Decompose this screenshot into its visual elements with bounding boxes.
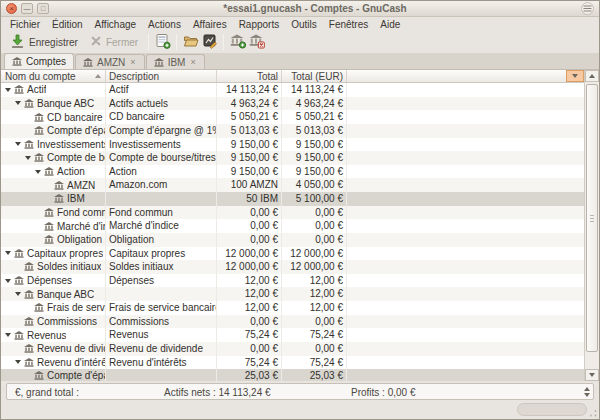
account-row-capitaux-propres[interactable]: Capitaux propresCapitaux propres12 000,0…	[1, 247, 584, 261]
new-account-button[interactable]	[229, 33, 246, 52]
account-total-eur: 5 013,03 €	[281, 124, 346, 138]
account-description	[105, 287, 216, 301]
account-row-fond-commun[interactable]: Fond communFond commun0,00 €0,00 €	[1, 206, 584, 220]
menu-item-fichier[interactable]: Fichier	[4, 19, 46, 30]
account-row-revenu-de-dividende[interactable]: Revenu de dividendeRevenu de dividende0,…	[1, 342, 584, 356]
minimize-window-icon[interactable]: —	[21, 3, 33, 14]
account-name: Capitaux propres	[27, 248, 103, 259]
delete-account-button[interactable]	[248, 33, 265, 52]
account-total: 0,00 €	[216, 315, 281, 329]
expander-icon[interactable]	[25, 156, 31, 160]
scroll-up-button[interactable]	[585, 70, 599, 82]
scrollbar-track[interactable]	[585, 82, 599, 369]
new-register-button[interactable]	[154, 33, 171, 52]
column-options-button[interactable]	[566, 70, 584, 82]
account-icon	[24, 317, 34, 326]
account-row-action[interactable]: ActionAction9 150,00 €9 150,00 €	[1, 165, 584, 179]
account-row-revenus[interactable]: RevenusRevenus75,24 €75,24 €	[1, 328, 584, 342]
account-name: IBM	[67, 193, 85, 204]
expander-icon[interactable]	[5, 251, 11, 255]
account-name: AMZN	[67, 180, 95, 191]
account-row-banque-abc[interactable]: Banque ABCActifs actuels4 963,24 €4 963,…	[1, 97, 584, 111]
row-filler	[346, 328, 584, 342]
menu-item-actions[interactable]: Actions	[142, 19, 187, 30]
account-row-marche-d-indice[interactable]: Marché d'indiceMarché d'indice0,00 €0,00…	[1, 219, 584, 233]
new-account-icon	[230, 33, 246, 51]
account-description	[105, 192, 216, 206]
column-header-total[interactable]: Total	[216, 70, 281, 82]
open-account-button[interactable]	[182, 33, 199, 52]
menu-item-outils[interactable]: Outils	[285, 19, 323, 30]
window-menu-icon[interactable]	[581, 2, 594, 15]
account-row-amzn[interactable]: AMZNAmazon.com100 AMZN4 050,00 €	[1, 178, 584, 192]
scrollbar-thumb[interactable]	[586, 84, 598, 352]
account-total-eur: 0,00 €	[281, 315, 346, 329]
account-row-compte-de-bourse[interactable]: Compte de bourse/Compte de bourse/titres…	[1, 151, 584, 165]
toolbar-separator	[176, 34, 177, 50]
tab-amzn[interactable]: AMZN×	[75, 54, 145, 69]
summary-spinner[interactable]	[584, 387, 590, 397]
account-description: Obligation	[105, 233, 216, 247]
tab-comptes[interactable]: Comptes	[4, 53, 74, 69]
account-description: Revenu de dividende	[105, 342, 216, 356]
account-name: Action	[57, 166, 85, 177]
column-header-total-eur[interactable]: Total (EUR)	[281, 70, 346, 82]
menu-item-affaires[interactable]: Affaires	[187, 19, 233, 30]
tab-ibm[interactable]: IBM×	[146, 54, 205, 69]
account-row-soldes-initiaux[interactable]: Soldes initiauxSoldes initiaux12 000,00 …	[1, 260, 584, 274]
account-icon	[44, 235, 54, 244]
scroll-up-icon	[589, 74, 595, 78]
account-total: 75,24 €	[216, 328, 281, 342]
account-row-frais-de-service-ba[interactable]: Frais de service baFrais de service banc…	[1, 301, 584, 315]
column-header-description[interactable]: Description	[105, 70, 216, 82]
menu-item-edition[interactable]: Édition	[46, 19, 89, 30]
scroll-down-button[interactable]	[585, 369, 599, 381]
tab-close-icon[interactable]: ×	[189, 58, 196, 67]
menu-item-fenetres[interactable]: Fenêtres	[323, 19, 374, 30]
summary-bar: €, grand total : Actifs nets : 14 113,24…	[1, 381, 599, 401]
resize-grip-icon[interactable]	[589, 409, 597, 417]
maximize-window-icon[interactable]: □	[37, 3, 49, 14]
account-row-obligation[interactable]: ObligationObligation0,00 €0,00 €	[1, 233, 584, 247]
expander-icon[interactable]	[5, 333, 11, 337]
expander-icon[interactable]	[15, 360, 21, 364]
expander-icon[interactable]	[15, 142, 21, 146]
row-filler	[346, 301, 584, 315]
menu-item-rapports[interactable]: Rapports	[233, 19, 286, 30]
save-button[interactable]: Enregistrer	[5, 33, 83, 52]
progress-bar	[517, 403, 587, 416]
account-row-actif[interactable]: ActifActif14 113,24 €14 113,24 €	[1, 83, 584, 97]
account-name-cell: Marché d'indice	[1, 219, 105, 233]
row-filler	[346, 369, 584, 381]
account-row-investissements[interactable]: InvestissementsInvestissements9 150,00 €…	[1, 138, 584, 152]
account-name-cell: Action	[1, 165, 105, 179]
account-total-eur: 0,00 €	[281, 233, 346, 247]
row-filler	[346, 165, 584, 179]
menu-item-aide[interactable]: Aide	[374, 19, 406, 30]
account-row-cd-bancaire[interactable]: CD bancaireCD bancaire5 050,21 €5 050,21…	[1, 110, 584, 124]
tab-close-icon[interactable]: ×	[129, 58, 136, 67]
account-row-revenu-d-interets[interactable]: Revenu d'intérêtsRevenu d'intérêts75,24 …	[1, 356, 584, 370]
expander-icon[interactable]	[15, 101, 21, 105]
vertical-scrollbar[interactable]	[584, 70, 599, 381]
expander-icon[interactable]	[5, 88, 11, 92]
account-row-commissions[interactable]: CommissionsCommissions0,00 €0,00 €	[1, 315, 584, 329]
account-row-compte-d-epargne[interactable]: Compte d'épargne25,03 €25,03 €	[1, 369, 584, 381]
account-icon	[34, 126, 44, 135]
expander-slot	[3, 88, 13, 92]
close-window-icon[interactable]: ×	[6, 3, 17, 14]
edit-ledger-icon	[202, 33, 218, 51]
account-row-compte-d-epargne[interactable]: Compte d'épargneCompte d'épargne @ 1%5 0…	[1, 124, 584, 138]
account-row-depenses[interactable]: DépensesDépenses12,00 €12,00 €	[1, 274, 584, 288]
column-header-name[interactable]: Nom du compte	[1, 70, 105, 82]
expander-icon[interactable]	[5, 279, 11, 283]
account-name-cell: Compte d'épargne	[1, 124, 105, 138]
close-page-button[interactable]: Fermer	[85, 33, 143, 52]
account-icon	[14, 276, 24, 285]
expander-icon[interactable]	[15, 292, 21, 296]
edit-account-button[interactable]	[201, 33, 218, 52]
account-row-banque-abc[interactable]: Banque ABC12,00 €12,00 €	[1, 287, 584, 301]
menu-item-affichage[interactable]: Affichage	[89, 19, 143, 30]
account-row-ibm[interactable]: IBM50 IBM5 100,00 €	[1, 192, 584, 206]
expander-icon[interactable]	[35, 170, 41, 174]
